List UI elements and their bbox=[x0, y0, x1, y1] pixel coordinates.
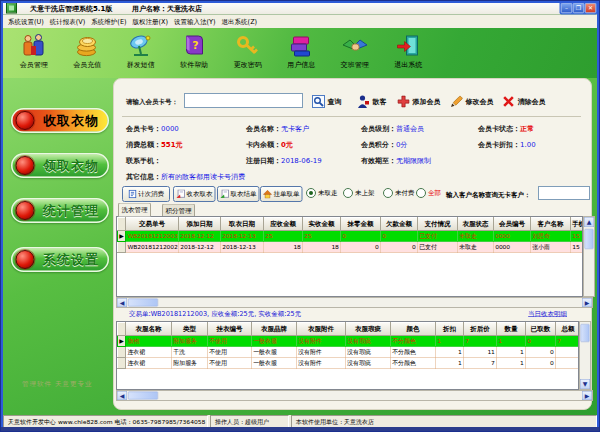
table-row[interactable]: 连衣裙附加服务不使用一般衣服没有附件没有瑕疵不分颜色1710 bbox=[118, 358, 580, 369]
minimize-button[interactable]: – bbox=[561, 3, 572, 13]
menu-item-2[interactable]: 统计报表(V) bbox=[47, 17, 89, 26]
member-field: 联系手机： bbox=[126, 156, 161, 165]
maximize-button[interactable]: ❐ bbox=[573, 3, 584, 13]
items-vscrollbar[interactable]: ▼ bbox=[579, 321, 591, 390]
filter-label: 输入客户名称查询无卡客户： bbox=[446, 190, 531, 199]
column-header[interactable]: 手机 bbox=[571, 218, 583, 231]
sidebar-button-3[interactable]: 统计管理 bbox=[11, 198, 109, 223]
members-icon bbox=[21, 32, 47, 59]
column-header[interactable]: 衣服品牌 bbox=[252, 323, 297, 336]
menu-item-6[interactable]: 退出系统(Z) bbox=[219, 17, 261, 26]
customer-name-input[interactable] bbox=[538, 186, 590, 200]
window-controls: – ❐ ✕ bbox=[560, 2, 598, 15]
search-icon bbox=[312, 95, 325, 108]
search-button[interactable]: 查询 bbox=[312, 95, 342, 108]
column-header[interactable]: 类型 bbox=[172, 323, 208, 336]
table-row[interactable]: WB201812120022018-12-122018-12-13181800已… bbox=[118, 242, 583, 253]
tab-1[interactable]: 洗衣管理 bbox=[118, 203, 151, 217]
column-header[interactable]: 交易单号 bbox=[126, 218, 179, 231]
toolbar-button-1[interactable]: 会员管理 bbox=[7, 28, 61, 78]
column-header[interactable]: 会员编号 bbox=[494, 218, 531, 231]
column-header[interactable]: 客户名称 bbox=[531, 218, 571, 231]
table-row[interactable]: ▶旗袍附加服务不使用一般衣服没有附件没有瑕疵不分颜色17107 bbox=[118, 336, 580, 347]
column-header[interactable]: 抹零金额 bbox=[341, 218, 381, 231]
orders-vscrollbar[interactable]: ▲ bbox=[583, 216, 595, 297]
column-header[interactable]: 衣服瑕疵 bbox=[346, 323, 391, 336]
radio-circle bbox=[416, 188, 426, 198]
delete-icon bbox=[502, 95, 515, 108]
sidebar-button-1[interactable]: 收取衣物 bbox=[11, 108, 109, 133]
svg-text:?: ? bbox=[192, 39, 198, 52]
window-user-label: 用户名称：天意洗衣店 bbox=[132, 4, 202, 13]
member-field: 会员积分：0分 bbox=[361, 140, 407, 149]
close-button[interactable]: ✕ bbox=[585, 3, 596, 13]
radio-4[interactable]: 全部 bbox=[416, 188, 441, 198]
column-header[interactable]: 实收金额 bbox=[303, 218, 341, 231]
column-header[interactable]: 添加日期 bbox=[179, 218, 221, 231]
toolbar-button-6[interactable]: 用户信息 bbox=[275, 28, 329, 78]
member-field: 会员卡折扣：1.00 bbox=[478, 140, 536, 149]
red-ball-icon bbox=[16, 156, 35, 175]
member-field: 注册日期：2018-06-19 bbox=[246, 156, 322, 165]
column-header[interactable]: 总额 bbox=[556, 323, 580, 336]
radio-1[interactable]: 未取走 bbox=[306, 188, 338, 198]
action-button-2[interactable]: 收衣取衣 bbox=[173, 186, 216, 202]
column-header[interactable]: 衣服状态 bbox=[458, 218, 494, 231]
table-row[interactable]: ▶WB201812120032018-12-122018-12-13252500… bbox=[118, 231, 583, 242]
sidebar-button-2[interactable]: 领取衣物 bbox=[11, 153, 109, 178]
card-number-input[interactable] bbox=[184, 93, 303, 108]
toolbar-button-4[interactable]: ?软件帮助 bbox=[168, 28, 222, 78]
menu-item-3[interactable]: 系统维护(E) bbox=[88, 17, 129, 26]
member-field: 其它信息：所有的散客都用读卡号消费 bbox=[126, 172, 245, 181]
column-header[interactable]: 取衣日期 bbox=[221, 218, 264, 231]
items-hscrollbar[interactable]: ◀ ▶ bbox=[116, 390, 593, 401]
action-button-1[interactable]: 计次消费 bbox=[122, 186, 170, 202]
orders-table: 交易单号添加日期取衣日期应收金额实收金额抹零金额欠款金额支付情况衣服状态会员编号… bbox=[116, 216, 583, 297]
red-ball-icon bbox=[16, 250, 35, 269]
column-header[interactable]: 支付情况 bbox=[418, 218, 458, 231]
recharge-icon bbox=[74, 32, 100, 59]
edit-icon bbox=[450, 95, 463, 108]
menu-item-1[interactable]: 系统设置(U) bbox=[5, 17, 47, 26]
daily-receive-detail-link[interactable]: 当日收衣明细 bbox=[528, 310, 567, 319]
column-header[interactable]: 折后价 bbox=[464, 323, 497, 336]
edit-button[interactable]: 修改会员 bbox=[450, 95, 494, 108]
add-button[interactable]: 添加会员 bbox=[397, 95, 441, 108]
member-field: 会员卡状态：正常 bbox=[478, 124, 534, 133]
menu-item-5[interactable]: 设置输入法(Y) bbox=[171, 17, 219, 26]
delete-button[interactable]: 清除会员 bbox=[502, 95, 546, 108]
column-header[interactable]: 衣服附件 bbox=[297, 323, 346, 336]
sidebar-button-4[interactable]: 系统设置 bbox=[11, 247, 109, 272]
column-header[interactable]: 挂衣编号 bbox=[208, 323, 252, 336]
column-header[interactable]: 数量 bbox=[497, 323, 526, 336]
table-row[interactable]: 连衣裙干洗不使用一般衣服没有附件没有瑕疵不分颜色11110 bbox=[118, 347, 580, 358]
toolbar-button-3[interactable]: 群发短信 bbox=[114, 28, 168, 78]
menu-bar: 系统设置(U)统计报表(V)系统维护(E)版权注册(X)设置输入法(Y)退出系统… bbox=[3, 15, 597, 28]
body-area: 收取衣物领取衣物统计管理系统设置管理软件 天意更专业 请输入会员卡号： 查询散客… bbox=[3, 78, 597, 415]
card-input-label: 请输入会员卡号： bbox=[126, 97, 178, 106]
action-button-4[interactable]: 挂单取单 bbox=[260, 186, 303, 202]
radio-2[interactable]: 未上架 bbox=[343, 188, 375, 198]
toolbar-button-5[interactable]: 更改密码 bbox=[221, 28, 275, 78]
orders-hscrollbar[interactable]: ◀ ▶ bbox=[116, 297, 593, 308]
toolbar-button-8[interactable]: 退出系统 bbox=[382, 28, 436, 78]
main-panel: 请输入会员卡号： 查询散客添加会员修改会员清除会员 会员卡号：0000会员名称：… bbox=[113, 78, 592, 410]
member-field: 会员级别：普通会员 bbox=[361, 124, 424, 133]
column-header[interactable]: 已取数 bbox=[526, 323, 556, 336]
userinfo-icon bbox=[288, 32, 314, 59]
walkin-button[interactable]: 散客 bbox=[357, 95, 387, 108]
column-header[interactable]: 欠款金额 bbox=[381, 218, 418, 231]
column-header[interactable]: 应收金额 bbox=[264, 218, 303, 231]
red-ball-icon bbox=[16, 201, 35, 220]
column-header[interactable]: 颜色 bbox=[391, 323, 436, 336]
radio-3[interactable]: 未付费 bbox=[383, 188, 415, 198]
menu-item-4[interactable]: 版权注册(X) bbox=[130, 17, 172, 26]
toolbar-button-2[interactable]: 会员充值 bbox=[61, 28, 115, 78]
tab-2[interactable]: 积分管理 bbox=[162, 204, 195, 217]
action-button-3[interactable]: 取衣结单 bbox=[217, 186, 260, 202]
toolbar-button-7[interactable]: 交班管理 bbox=[328, 28, 382, 78]
separator bbox=[122, 116, 581, 117]
walkin-icon bbox=[357, 95, 370, 108]
column-header[interactable]: 衣服名称 bbox=[126, 323, 172, 336]
column-header[interactable]: 折扣 bbox=[436, 323, 464, 336]
